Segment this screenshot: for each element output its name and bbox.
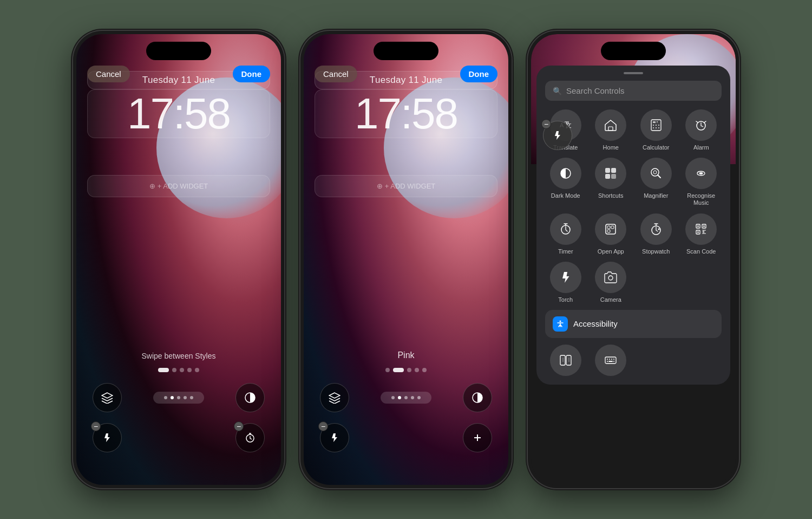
style-pill-1 bbox=[153, 392, 204, 404]
control-item-home[interactable]: Home bbox=[591, 109, 632, 151]
svg-point-25 bbox=[700, 172, 702, 174]
accessibility-svg bbox=[556, 320, 565, 328]
phone-2: Cancel Done Tuesday 11 June 17:58 ⊕ + AD… bbox=[300, 31, 512, 488]
camera-icon bbox=[595, 262, 626, 293]
alarm-label: Alarm bbox=[693, 144, 709, 151]
torch-minus-2[interactable]: − bbox=[318, 421, 328, 431]
svg-rect-20 bbox=[611, 168, 616, 173]
done-button-1[interactable]: Done bbox=[233, 66, 271, 82]
svg-point-24 bbox=[653, 171, 657, 174]
torch-svg bbox=[559, 271, 572, 284]
torch-button-1[interactable]: − bbox=[93, 423, 122, 452]
control-item-scancode[interactable]: Scan Code bbox=[681, 213, 722, 255]
dynamic-island-2 bbox=[374, 42, 438, 60]
openapp-svg bbox=[603, 222, 618, 237]
pill2-dot-1 bbox=[391, 396, 395, 399]
phone-3-screen: − 🔍 Search Controls bbox=[531, 34, 736, 485]
control-item-timer[interactable]: Timer bbox=[545, 213, 586, 255]
svg-rect-45 bbox=[605, 357, 616, 364]
recognise-icon bbox=[685, 158, 717, 189]
stopwatch-button-1[interactable]: − bbox=[235, 423, 265, 452]
torch-active-minus[interactable]: − bbox=[541, 119, 551, 129]
stopwatch-minus-1[interactable]: − bbox=[234, 421, 244, 431]
bottom-row-2 bbox=[320, 383, 492, 412]
appearance-button-1[interactable] bbox=[235, 383, 265, 412]
layers-button-2[interactable] bbox=[320, 383, 349, 412]
appearance-button-2[interactable] bbox=[463, 383, 492, 412]
style-pill-2 bbox=[381, 392, 431, 404]
control-item-camera[interactable]: Camera bbox=[591, 262, 632, 303]
home-label: Home bbox=[603, 144, 619, 151]
control-item-mirror[interactable] bbox=[545, 345, 586, 376]
plus-button-2[interactable] bbox=[463, 423, 492, 452]
svg-rect-28 bbox=[607, 226, 610, 229]
cancel-button-1[interactable]: Cancel bbox=[87, 66, 130, 82]
widget-area-2[interactable]: ⊕ + ADD WIDGET bbox=[315, 175, 497, 197]
search-bar[interactable]: 🔍 Search Controls bbox=[545, 81, 722, 101]
control-item-openapp[interactable]: Open App bbox=[591, 213, 632, 255]
phone-2-screen: Cancel Done Tuesday 11 June 17:58 ⊕ + AD… bbox=[304, 34, 508, 485]
svg-rect-9 bbox=[653, 121, 656, 123]
bottom-controls-2: Pink bbox=[304, 351, 508, 452]
time-widget-2: 17:58 bbox=[315, 89, 497, 138]
camera-label: Camera bbox=[600, 296, 621, 303]
svg-rect-15 bbox=[656, 127, 657, 128]
style-dot-2 bbox=[172, 368, 176, 372]
accessibility-section[interactable]: Accessibility bbox=[545, 310, 722, 338]
magnifier-label: Magnifier bbox=[644, 192, 668, 199]
scancode-icon bbox=[685, 213, 717, 245]
add-widget-text-1: + ADD WIDGET bbox=[158, 182, 208, 190]
control-item-alarm[interactable]: Alarm bbox=[681, 109, 722, 151]
widget-area-1[interactable]: ⊕ + ADD WIDGET bbox=[87, 175, 270, 197]
style-dot2-5 bbox=[422, 368, 427, 372]
dynamic-island-3 bbox=[601, 42, 666, 60]
torch-icon-1 bbox=[102, 432, 113, 443]
bottom-controls-grid bbox=[545, 345, 722, 376]
control-item-stopwatch[interactable]: Stopwatch bbox=[636, 213, 677, 255]
openapp-label: Open App bbox=[598, 248, 624, 255]
stopwatch-icon-1 bbox=[245, 432, 256, 443]
layers-button-1[interactable] bbox=[93, 383, 122, 412]
svg-rect-37 bbox=[703, 225, 705, 227]
swipe-label-1: Swipe between Styles bbox=[93, 352, 265, 360]
control-item-shortcuts[interactable]: Shortcuts bbox=[591, 158, 632, 206]
lockscreen-content-1: Tuesday 11 June 17:58 ⊕ + ADD WIDGET Swi… bbox=[76, 34, 281, 485]
color-label-2: Pink bbox=[320, 351, 492, 360]
torch-active-button[interactable]: − bbox=[543, 121, 572, 150]
control-item-calculator[interactable]: Calculator bbox=[636, 109, 677, 151]
phone-1: Cancel Done Tuesday 11 June 17:58 ⊕ + AD… bbox=[73, 31, 284, 488]
panel-handle bbox=[624, 72, 643, 74]
pill2-dot-2 bbox=[398, 396, 401, 399]
torch-minus-1[interactable]: − bbox=[91, 421, 101, 431]
style-dot2-4 bbox=[415, 368, 419, 372]
calculator-icon bbox=[640, 109, 672, 141]
torch-button-2[interactable]: − bbox=[320, 423, 349, 452]
svg-point-40 bbox=[560, 320, 561, 322]
control-item-darkmode[interactable]: Dark Mode bbox=[545, 158, 586, 206]
appearance-icon-1 bbox=[244, 392, 256, 404]
phone-3: − 🔍 Search Controls bbox=[528, 31, 739, 488]
phones-container: Cancel Done Tuesday 11 June 17:58 ⊕ + AD… bbox=[73, 31, 739, 488]
timer-svg bbox=[558, 222, 573, 237]
phone-1-screen: Cancel Done Tuesday 11 June 17:58 ⊕ + AD… bbox=[76, 34, 281, 485]
svg-rect-27 bbox=[606, 224, 615, 234]
done-button-2[interactable]: Done bbox=[460, 66, 498, 82]
control-item-recognise[interactable]: Recognise Music bbox=[681, 158, 722, 206]
mirror-icon bbox=[550, 345, 581, 376]
svg-rect-22 bbox=[611, 174, 616, 179]
plus-icon-2 bbox=[472, 432, 483, 443]
control-item-keyboard[interactable] bbox=[591, 345, 632, 376]
magnifier-svg bbox=[649, 166, 664, 181]
svg-rect-30 bbox=[607, 230, 610, 232]
svg-rect-38 bbox=[697, 231, 699, 233]
torch-icon-cc bbox=[550, 262, 581, 293]
scancode-label: Scan Code bbox=[686, 248, 716, 255]
control-item-magnifier[interactable]: Magnifier bbox=[636, 158, 677, 206]
svg-rect-19 bbox=[605, 168, 610, 173]
control-item-torch[interactable]: Torch bbox=[545, 262, 586, 303]
mirror-svg bbox=[559, 353, 573, 367]
calculator-label: Calculator bbox=[643, 144, 670, 151]
style-dots-1 bbox=[93, 368, 265, 372]
openapp-icon bbox=[595, 213, 626, 245]
cancel-button-2[interactable]: Cancel bbox=[315, 66, 357, 82]
